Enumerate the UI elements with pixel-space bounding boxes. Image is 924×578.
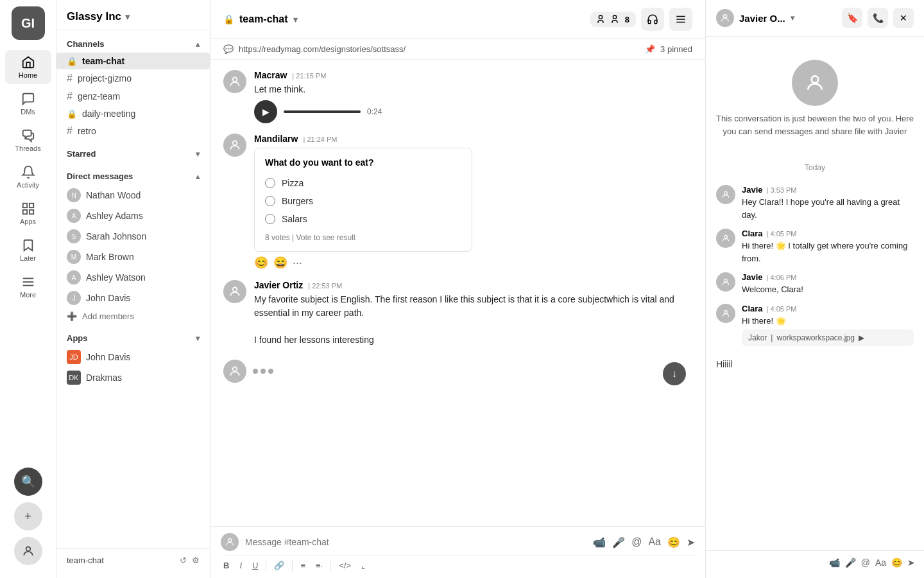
svg-point-18 xyxy=(723,15,726,18)
nav-item-home[interactable]: Home xyxy=(5,50,51,84)
app-drakmas[interactable]: DK Drakmas xyxy=(56,367,210,388)
format-icon[interactable]: Aa xyxy=(875,557,886,568)
poll-option[interactable]: Pizza xyxy=(265,174,461,192)
mic-icon[interactable]: 🎤 xyxy=(845,557,856,568)
history-icon[interactable]: ↺ xyxy=(180,556,187,565)
dm-message-input[interactable] xyxy=(715,558,824,568)
avatar: A xyxy=(67,209,81,223)
right-panel-header: Javier O... ▾ 🔖 📞 ✕ xyxy=(706,0,924,37)
avatar: S xyxy=(67,229,81,243)
starred-chevron[interactable]: ▾ xyxy=(196,150,200,159)
apps-chevron[interactable]: ▾ xyxy=(196,334,200,343)
svg-rect-3 xyxy=(22,210,26,214)
video-icon[interactable]: 📹 xyxy=(593,536,606,548)
typing-dot xyxy=(253,369,258,374)
svg-point-8 xyxy=(599,15,602,19)
channel-project-gizmo[interactable]: # project-gizmo xyxy=(56,69,210,87)
phone-button[interactable]: 📞 xyxy=(868,8,888,28)
workspace-name[interactable]: Glassy Inc ▾ xyxy=(67,10,130,23)
emoji-reaction-button[interactable]: 😊 xyxy=(254,256,268,270)
format-icon[interactable]: Aa xyxy=(648,536,661,548)
pinned-url[interactable]: https://readymag.com/designstories/sotts… xyxy=(239,44,406,54)
underline-button[interactable]: U xyxy=(250,559,261,572)
apps-section-header: Apps ▾ xyxy=(56,324,210,347)
channels-chevron[interactable]: ▴ xyxy=(196,40,200,49)
dm-chevron[interactable]: ▴ xyxy=(196,172,200,181)
sidebar-footer: team-chat ↺ ⚙ xyxy=(56,548,210,572)
dm-mark-brown[interactable]: M Mark Brown xyxy=(56,247,210,267)
dm-nathan-wood[interactable]: N Nathan Wood xyxy=(56,185,210,206)
close-button[interactable]: ✕ xyxy=(893,8,914,28)
poll-radio[interactable] xyxy=(265,214,275,224)
add-button[interactable]: + xyxy=(14,502,42,530)
emoji-reaction-button-2[interactable]: 😄 xyxy=(273,256,287,270)
file-author: Jakor xyxy=(748,333,767,342)
headphone-button[interactable] xyxy=(641,8,664,31)
message-icon: 💬 xyxy=(223,44,234,54)
dm-john-davis[interactable]: J John Davis xyxy=(56,288,210,308)
channel-title: 🔒 team-chat ▾ xyxy=(223,13,298,25)
bold-button[interactable]: B xyxy=(221,559,232,572)
ordered-list-button[interactable]: ≡ xyxy=(298,559,308,572)
unordered-list-button[interactable]: ≡· xyxy=(313,559,325,572)
link-button[interactable]: 🔗 xyxy=(271,559,287,572)
dm-ashley-watson[interactable]: A Ashley Watson xyxy=(56,267,210,288)
svg-point-17 xyxy=(228,539,231,542)
play-button[interactable]: ▶ xyxy=(254,100,277,123)
divider xyxy=(330,561,331,571)
app-icon-john-davis: JD xyxy=(67,350,81,364)
video-icon[interactable]: 📹 xyxy=(829,557,840,568)
emoji-icon[interactable]: 😊 xyxy=(667,536,680,548)
search-button[interactable]: 🔍 xyxy=(14,468,42,496)
menu-button[interactable] xyxy=(669,8,692,31)
message-input[interactable] xyxy=(245,537,586,547)
contact-chevron-icon[interactable]: ▾ xyxy=(791,13,794,22)
dm-sarah-johnson[interactable]: S Sarah Johnson xyxy=(56,226,210,247)
poll-radio[interactable] xyxy=(265,196,275,206)
settings-icon[interactable]: ⚙ xyxy=(192,556,200,565)
poll-radio[interactable] xyxy=(265,178,275,188)
profile-button[interactable] xyxy=(14,537,42,565)
members-badge[interactable]: 8 xyxy=(590,12,636,27)
more-reactions-button[interactable]: ··· xyxy=(293,256,302,270)
brand-logo[interactable]: GI xyxy=(12,6,45,40)
dm-ashley-adams[interactable]: A Ashley Adams xyxy=(56,206,210,226)
send-icon[interactable]: ➤ xyxy=(687,536,695,548)
workspace-chevron[interactable]: ▾ xyxy=(125,12,130,22)
avatar: N xyxy=(67,188,81,202)
mention-icon[interactable]: @ xyxy=(861,557,870,568)
mention-icon[interactable]: @ xyxy=(631,536,642,548)
scroll-to-bottom-button[interactable]: ↓ xyxy=(663,362,686,385)
channel-retro[interactable]: # retro xyxy=(56,122,210,140)
app-john-davis[interactable]: JD John Davis xyxy=(56,347,210,367)
channel-daily-meeting[interactable]: 🔒 daily-meeting xyxy=(56,105,210,122)
bookmark-button[interactable]: 🔖 xyxy=(842,8,862,28)
nav-item-threads[interactable]: Threads xyxy=(5,123,51,157)
code-button[interactable]: </> xyxy=(336,559,354,572)
svg-rect-1 xyxy=(29,204,33,207)
dm-message-header: Javie | 4:06 PM xyxy=(742,272,914,282)
nav-item-dms[interactable]: DMs xyxy=(5,87,51,121)
poll-option[interactable]: Burgers xyxy=(265,192,461,210)
nav-item-apps[interactable]: Apps xyxy=(5,197,51,231)
file-attachment[interactable]: Jakor | workspaworkspace.jpg ▶ xyxy=(742,329,914,346)
nav-item-later[interactable]: Later xyxy=(5,233,51,267)
add-members-button[interactable]: ➕ Add members xyxy=(56,308,210,324)
sidebar-header: Glassy Inc ▾ xyxy=(56,0,210,30)
avatar: J xyxy=(67,291,81,305)
channel-genz-team[interactable]: # genz-team xyxy=(56,87,210,105)
audio-progress-bar[interactable] xyxy=(284,110,361,113)
italic-button[interactable]: I xyxy=(237,559,244,572)
channel-team-chat[interactable]: 🔒 team-chat xyxy=(56,53,210,69)
send-icon[interactable]: ➤ xyxy=(907,557,915,568)
mic-icon[interactable]: 🎤 xyxy=(612,536,625,548)
hash-icon: # xyxy=(67,125,73,137)
right-panel-title: Javier O... ▾ xyxy=(716,9,794,27)
channel-chevron-icon[interactable]: ▾ xyxy=(293,15,298,24)
nav-item-more[interactable]: More xyxy=(5,270,51,304)
avatar xyxy=(223,280,246,303)
emoji-icon[interactable]: 😊 xyxy=(891,557,902,568)
nav-item-activity[interactable]: Activity xyxy=(5,160,51,194)
blockquote-button[interactable]: ⌞ xyxy=(359,559,368,572)
poll-option[interactable]: Salars xyxy=(265,210,461,228)
